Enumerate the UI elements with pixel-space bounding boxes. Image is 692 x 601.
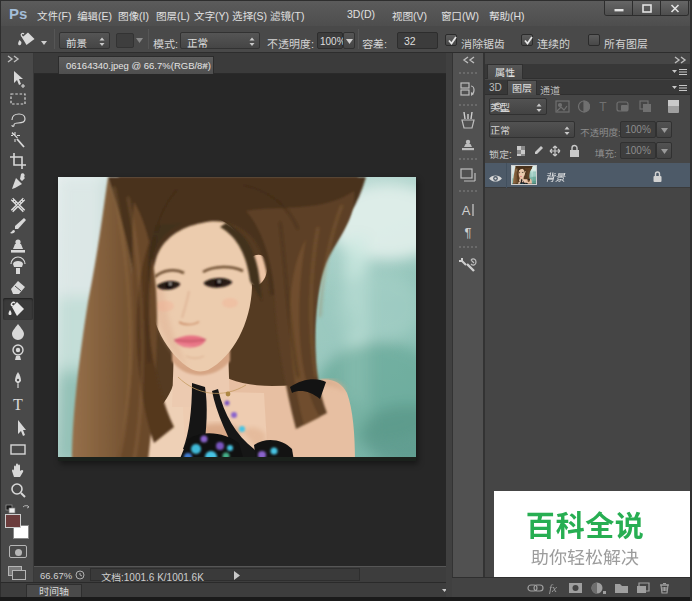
svg-text:A: A <box>462 203 471 218</box>
svg-text:T: T <box>13 396 23 413</box>
svg-text:¶: ¶ <box>465 225 472 240</box>
svg-text:T: T <box>599 100 607 114</box>
svg-text:fx: fx <box>549 582 557 594</box>
